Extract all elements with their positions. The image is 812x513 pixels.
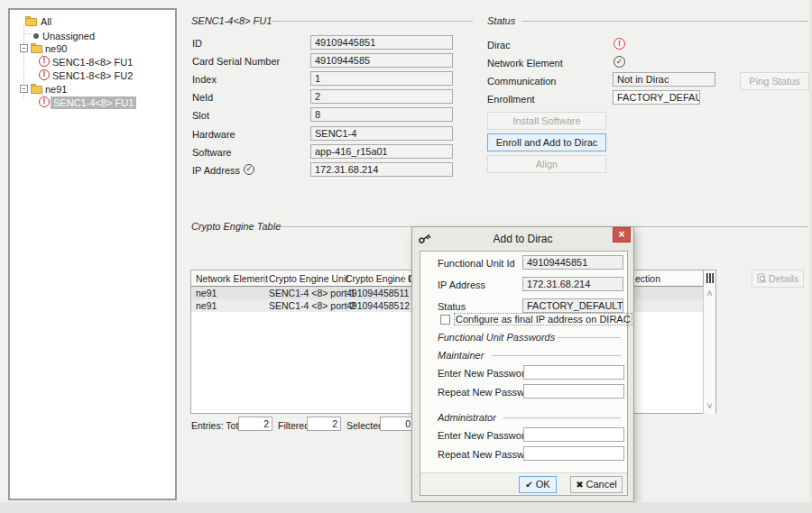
folder-icon <box>25 16 37 26</box>
folder-icon <box>31 43 42 53</box>
administrator-repeat-password-input[interactable] <box>523 446 624 461</box>
error-status-icon: ! <box>614 38 625 50</box>
dialog-body: Functional Unit Id 49109445851 IP Addres… <box>420 251 628 496</box>
field-label-card-serial: Card Serial Number <box>192 56 280 67</box>
column-header-partial-ection[interactable]: ection <box>635 273 660 284</box>
column-chooser-icon[interactable] <box>703 270 715 287</box>
dialog-label-ip-address: IP Address <box>438 279 485 290</box>
tree-item-label: ne90 <box>45 42 67 55</box>
status-label-communication: Communication <box>487 76 556 87</box>
group-separator-line <box>493 355 621 356</box>
group-separator-line <box>558 337 621 338</box>
dialog-title: Add to Dirac <box>412 233 633 245</box>
scroll-up-icon[interactable]: ˄ <box>704 288 715 299</box>
dialog-value-functional-unit-id: 49109445851 <box>522 255 623 270</box>
passwords-group-title: Functional Unit Passwords <box>438 332 555 343</box>
administrator-group-title: Administrator <box>438 412 496 423</box>
tree-item-label: ne91 <box>45 83 67 96</box>
entries-selected-value: 0 <box>380 417 414 431</box>
add-to-dirac-dialog: Add to Dirac × Functional Unit Id 491094… <box>411 226 634 502</box>
collapse-expander-icon[interactable]: − <box>20 85 28 93</box>
field-value-neid: 2 <box>310 89 453 104</box>
maintainer-group-title: Maintainer <box>438 350 484 361</box>
field-label-slot: Slot <box>192 110 209 121</box>
ok-check-icon: ✔ <box>525 480 532 490</box>
collapse-expander-icon[interactable]: − <box>20 44 28 52</box>
group-separator-line <box>272 21 473 22</box>
entries-selected-label: Selected <box>346 420 383 431</box>
maintainer-enter-password-input[interactable] <box>523 365 624 380</box>
administrator-enter-password-input[interactable] <box>523 427 624 442</box>
status-group-title: Status <box>487 15 515 26</box>
column-header-crypto-engine-id[interactable]: Crypto Engine ID <box>346 273 418 284</box>
field-label-hardware: Hardware <box>192 129 235 140</box>
final-ip-checkbox-label[interactable]: Configure as final IP address on DIRAC <box>455 314 632 325</box>
cell-network-element: ne91 <box>196 299 217 312</box>
dialog-button-bar: ✔OK ✖Cancel <box>420 472 627 495</box>
details-button[interactable]: Details <box>752 270 804 288</box>
field-value-hardware: SENC1-4 <box>310 126 453 141</box>
tree-item-all[interactable]: All <box>10 15 172 28</box>
field-label-id: ID <box>192 38 202 49</box>
application-window: All Unassigned − ne90 ! SENC1-8<8> FU1 !… <box>0 0 812 513</box>
administrator-enter-password-label: Enter New Password <box>438 430 531 441</box>
final-ip-checkbox[interactable] <box>440 315 450 325</box>
ping-status-button[interactable]: Ping Status <box>740 72 809 90</box>
scroll-down-icon[interactable]: ˅ <box>704 400 715 412</box>
tree-item-senc1-8-fu2[interactable]: ! SENC1-8<8> FU2 <box>10 69 172 82</box>
maintainer-repeat-password-input[interactable] <box>523 384 624 398</box>
cell-crypto-engine-id: 491094458511 <box>346 287 409 299</box>
tree-item-label: SENC1-8<8> FU1 <box>52 56 133 69</box>
status-label-network-element: Network Element <box>487 58 563 69</box>
field-label-neid: NeId <box>192 92 213 103</box>
entries-total-value: 2 <box>238 417 272 431</box>
cancel-button[interactable]: ✖Cancel <box>570 476 623 493</box>
column-separator[interactable] <box>403 272 404 284</box>
check-status-icon: ✓ <box>244 164 254 175</box>
field-value-slot: 8 <box>310 107 453 122</box>
dialog-value-status: FACTORY_DEFAULT <box>522 298 623 313</box>
align-button[interactable]: Align <box>487 155 606 173</box>
field-value-id: 49109445851 <box>310 35 453 50</box>
tree-item-senc1-4-fu1-selected[interactable]: ! SENC1-4<8> FU1 <box>10 96 172 109</box>
tree-item-label: SENC1-8<8> FU2 <box>52 69 133 82</box>
ok-button[interactable]: ✔OK <box>519 476 557 493</box>
column-header-network-element[interactable]: Network Element <box>196 273 268 284</box>
field-value-index: 1 <box>310 71 453 86</box>
bullet-icon <box>33 33 39 39</box>
column-separator[interactable] <box>264 272 265 284</box>
entries-filtered-label: Filtered <box>278 420 309 431</box>
status-label-dirac: Dirac <box>487 40 511 50</box>
error-status-icon: ! <box>39 69 50 80</box>
install-software-button[interactable]: Install Software <box>487 112 606 130</box>
network-tree-panel: All Unassigned − ne90 ! SENC1-8<8> FU1 !… <box>8 8 177 500</box>
dialog-value-ip-address: 172.31.68.214 <box>522 277 623 291</box>
ok-button-label: OK <box>536 479 550 490</box>
error-status-icon: ! <box>39 96 50 107</box>
tree-item-label: Unassigned <box>42 30 95 42</box>
fu-group-title: SENC1-4<8> FU1 <box>191 15 272 26</box>
status-label-enrollment: Enrollment <box>487 94 535 105</box>
dialog-label-status: Status <box>438 301 466 312</box>
crypto-table-group-title: Crypto Engine Table <box>191 221 281 232</box>
dialog-label-functional-unit-id: Functional Unit Id <box>438 258 515 269</box>
vertical-scrollbar[interactable]: ˄ ˅ <box>703 287 715 414</box>
enrollment-value: FACTORY_DEFAULT <box>613 90 700 105</box>
cancel-x-icon: ✖ <box>576 480 583 490</box>
tree-item-senc1-8-fu1[interactable]: ! SENC1-8<8> FU1 <box>10 56 172 69</box>
cell-crypto-engine-unit: SENC1-4 <8> port-2 <box>269 299 355 312</box>
tree-item-ne91[interactable]: − ne91 <box>10 83 172 96</box>
cell-crypto-engine-unit: SENC1-4 <8> port-1 <box>269 287 355 299</box>
magnifier-details-icon <box>757 273 767 283</box>
check-status-icon: ✓ <box>614 56 625 68</box>
column-header-crypto-engine-unit[interactable]: Crypto Engine Unit <box>269 273 348 284</box>
enroll-add-dirac-button[interactable]: Enroll and Add to Dirac <box>487 133 606 151</box>
entries-filtered-value: 2 <box>307 417 341 431</box>
close-icon[interactable]: × <box>613 227 631 243</box>
field-value-ip-address: 172.31.68.214 <box>310 162 453 177</box>
window-bottom-edge <box>0 502 812 513</box>
tree-item-ne90[interactable]: − ne90 <box>10 42 172 55</box>
tree-item-unassigned[interactable]: Unassigned <box>10 30 172 42</box>
column-separator[interactable] <box>337 272 338 284</box>
error-status-icon: ! <box>39 56 50 67</box>
